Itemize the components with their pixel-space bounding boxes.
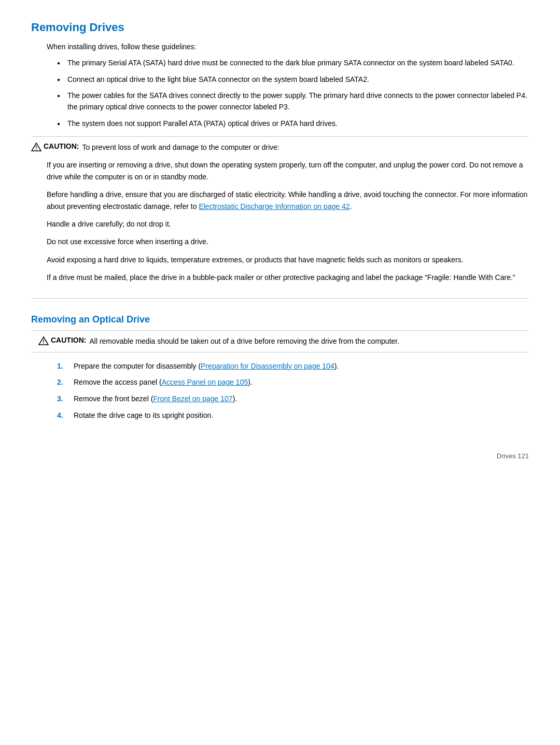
step-2-text: Remove the access panel (Access Panel on… <box>74 377 253 388</box>
caution-para-5: Avoid exposing a hard drive to liquids, … <box>47 254 529 265</box>
list-item: The system does not support Parallel ATA… <box>57 118 529 130</box>
svg-text:!: ! <box>43 339 44 345</box>
caution-para-6: If a drive must be mailed, place the dri… <box>47 272 529 283</box>
electrostatic-link[interactable]: Electrostatic Discharge Information on p… <box>199 202 349 210</box>
page-footer: Drives 121 <box>31 452 529 460</box>
caution-section-2: ! CAUTION: All removable media should be… <box>31 330 529 353</box>
step-num-3: 3. <box>57 393 67 405</box>
caution-triangle-icon-2: ! <box>38 336 48 344</box>
caution-para-2: Before handling a drive, ensure that you… <box>47 189 529 212</box>
list-item: The primary Serial ATA (SATA) hard drive… <box>57 58 529 69</box>
caution-para-4: Do not use excessive force when insertin… <box>47 236 529 247</box>
caution-body-1: If you are inserting or removing a drive… <box>47 159 529 283</box>
sub-section-title: Removing an Optical Drive <box>31 314 529 325</box>
step-2: 2. Remove the access panel (Access Panel… <box>57 377 529 388</box>
intro-paragraph: When installing drives, follow these gui… <box>47 41 529 52</box>
caution-header-1: ! CAUTION: To prevent loss of work and d… <box>31 142 529 153</box>
caution-inline-text-1: To prevent loss of work and damage to th… <box>82 142 279 153</box>
list-item: Connect an optical drive to the light bl… <box>57 74 529 86</box>
step-1-text: Prepare the computer for disassembly (Pr… <box>74 361 339 372</box>
step-num-4: 4. <box>57 410 67 421</box>
step-4-text: Rotate the drive cage to its upright pos… <box>74 410 213 421</box>
step-3-text: Remove the front bezel (Front Bezel on p… <box>74 393 237 405</box>
caution-para-3: Handle a drive carefully; do not drop it… <box>47 218 529 230</box>
step-1: 1. Prepare the computer for disassembly … <box>57 361 529 372</box>
main-section-title: Removing Drives <box>31 21 529 34</box>
step-num-2: 2. <box>57 377 67 388</box>
caution-label-2: CAUTION: <box>51 336 86 344</box>
caution-triangle-icon: ! <box>31 142 40 150</box>
step-num-1: 1. <box>57 361 67 372</box>
steps-list: 1. Prepare the computer for disassembly … <box>57 361 529 421</box>
svg-text:!: ! <box>35 145 37 151</box>
caution-text-2: All removable media should be taken out … <box>89 336 399 347</box>
step-3: 3. Remove the front bezel (Front Bezel o… <box>57 393 529 405</box>
step-2-link[interactable]: Access Panel on page 105 <box>162 378 248 386</box>
list-item: The power cables for the SATA drives con… <box>57 90 529 113</box>
caution-label-1: CAUTION: <box>44 142 79 150</box>
step-1-link[interactable]: Preparation for Disassembly on page 104 <box>201 362 334 370</box>
guidelines-list: The primary Serial ATA (SATA) hard drive… <box>57 58 529 129</box>
caution-para-1: If you are inserting or removing a drive… <box>47 159 529 182</box>
page-content: Removing Drives When installing drives, … <box>31 21 529 460</box>
caution-section-1: ! CAUTION: To prevent loss of work and d… <box>31 136 529 298</box>
step-4: 4. Rotate the drive cage to its upright … <box>57 410 529 421</box>
step-3-link[interactable]: Front Bezel on page 107 <box>153 395 232 403</box>
